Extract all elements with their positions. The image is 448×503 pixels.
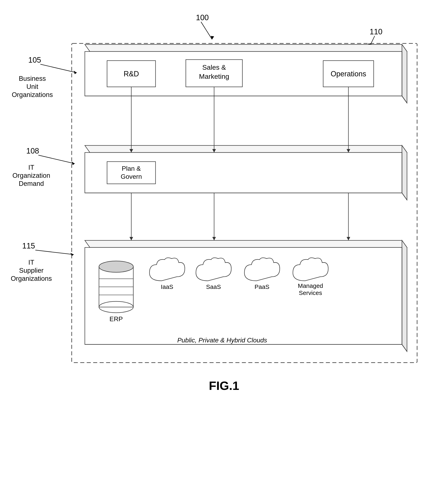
business-unit-label2: Unit	[26, 83, 38, 90]
bot-layer-top-face	[85, 240, 407, 247]
fig-label: FIG.1	[209, 379, 239, 392]
iaas-label: IaaS	[161, 283, 173, 290]
ref-105-arrow	[74, 71, 77, 74]
sales-label1: Sales &	[202, 64, 226, 71]
ref-108: 108	[26, 147, 39, 155]
it-supplier-label3: Organizations	[11, 275, 52, 282]
ref-115-arrow	[70, 253, 74, 256]
ref-100-line	[201, 22, 212, 39]
ref-100: 100	[196, 13, 209, 22]
it-supplier-label: IT	[28, 259, 34, 266]
plan-label2: Govern	[121, 173, 142, 180]
ref-115: 115	[22, 242, 35, 250]
rnd-label: R&D	[124, 70, 139, 78]
managed-label2: Services	[299, 290, 322, 296]
it-org-label: IT	[28, 164, 34, 171]
operations-label: Operations	[331, 70, 366, 78]
erp-label: ERP	[110, 315, 123, 323]
mid-layer-top-face	[85, 146, 407, 152]
ref-105-line	[40, 64, 77, 73]
ref-105: 105	[28, 56, 41, 64]
ref-115-line	[35, 250, 74, 255]
business-unit-label3: Organizations	[12, 91, 53, 98]
bot-layer-right-face	[402, 240, 407, 352]
svg-point-1	[99, 261, 133, 272]
ref-108-line	[38, 155, 75, 164]
plan-label1: Plan &	[122, 165, 141, 172]
it-org-label2: Organization	[12, 172, 50, 179]
diagram: 100 110 105 108 115 Business Unit Organi…	[0, 0, 448, 503]
it-supplier-label2: Supplier	[19, 267, 43, 274]
managed-label1: Managed	[298, 282, 323, 289]
ref-108-arrow	[72, 162, 75, 165]
arrow-mid-bot2	[212, 237, 216, 240]
ref-110: 110	[370, 28, 382, 36]
top-layer-right-face	[402, 45, 407, 103]
top-layer-top-face	[85, 45, 407, 51]
saas-label: SaaS	[206, 283, 221, 290]
arrow-mid-bot3	[347, 237, 350, 240]
it-org-label3: Demand	[19, 180, 44, 187]
arrow-mid-bot1	[129, 237, 133, 240]
paas-label: PaaS	[255, 283, 269, 290]
business-unit-label: Business	[19, 75, 46, 82]
mid-layer-right-face	[402, 146, 407, 200]
cloud-subtitle: Public, Private & Hybrid Clouds	[177, 337, 267, 344]
sales-label2: Marketing	[199, 73, 229, 80]
